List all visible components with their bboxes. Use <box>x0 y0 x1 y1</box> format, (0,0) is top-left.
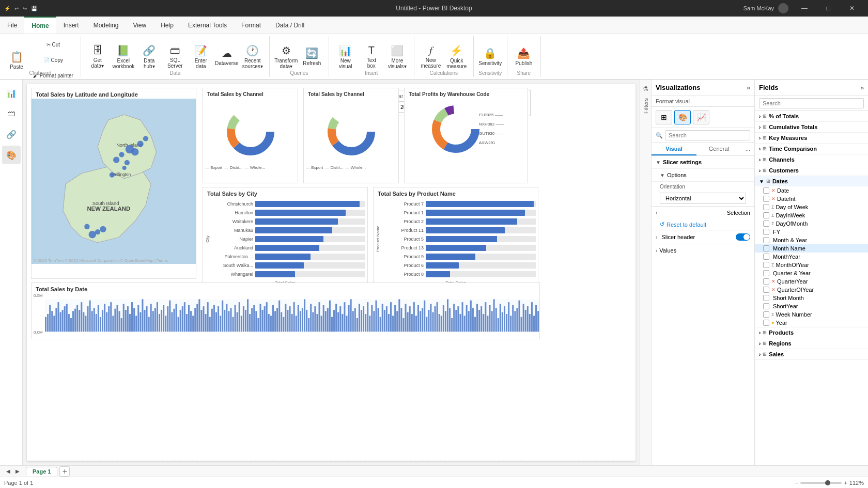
field-item-quarteryear2[interactable]: ✕ QuarterYear <box>755 277 868 286</box>
viz-search-input[interactable] <box>665 130 750 140</box>
page-next-btn[interactable]: ▶ <box>13 467 22 476</box>
fields-search-input[interactable] <box>759 98 864 108</box>
sidebar-data-icon[interactable]: 🗃 <box>2 104 21 123</box>
sidebar-format-icon[interactable]: 🎨 <box>2 146 21 164</box>
slicer-settings-section[interactable]: ▼ Slicer settings <box>652 156 754 169</box>
zoom-out-btn[interactable]: − <box>795 480 798 486</box>
values-section[interactable]: › Values <box>652 244 754 257</box>
chart-warehouse[interactable]: Total Profits by Warehouse Code FLR025 —… <box>404 88 528 183</box>
chart-date[interactable]: Total Sales by Date 0.5M 0.0M <box>31 282 540 339</box>
tab-general[interactable]: General <box>696 143 741 155</box>
reset-default-btn[interactable]: ↺ Reset to default <box>652 219 754 230</box>
recent-sources-btn[interactable]: 🕐Recentsources▾ <box>240 41 265 73</box>
transform-btn[interactable]: ⚙Transformdata▾ <box>274 41 299 73</box>
field-item-dayofmonth[interactable]: Σ DayOfMonth <box>755 219 868 228</box>
save-btn[interactable]: 💾 <box>31 6 37 11</box>
fields-panel-expand[interactable]: » <box>861 85 864 91</box>
tab-format[interactable]: Format <box>234 17 268 34</box>
zoom-slider[interactable] <box>800 482 842 484</box>
filter-funnel-icon[interactable]: ⚗ <box>641 84 651 94</box>
chart-map[interactable]: Total Sales by Latitude and Longitude NE… <box>31 88 196 279</box>
page-prev-btn[interactable]: ◀ <box>4 467 12 476</box>
field-group-regions-header[interactable]: › ⊞ Regions <box>755 338 868 349</box>
format-grid-icon[interactable]: ⊞ <box>656 110 672 124</box>
field-item-monthname[interactable]: Month Name <box>755 244 868 253</box>
tab-modeling[interactable]: Modeling <box>86 17 126 34</box>
slicer-header-toggle[interactable] <box>736 233 750 241</box>
field-item-dayinweek[interactable]: Σ DayInWeek <box>755 211 868 219</box>
filters-label[interactable]: Filters <box>643 94 649 118</box>
field-item-weeknumber[interactable]: Σ Week Number <box>755 310 868 319</box>
field-item-monthofyear[interactable]: Σ MonthOfYear <box>755 261 868 269</box>
field-item-quarteryear[interactable]: Quarter & Year <box>755 269 868 277</box>
minimize-btn[interactable]: — <box>793 0 816 17</box>
cut-btn[interactable]: ✂ Cut <box>30 37 76 52</box>
tab-file[interactable]: File <box>0 17 24 34</box>
get-data-btn[interactable]: 🗄Getdata▾ <box>85 41 110 73</box>
field-group-key-measures-header[interactable]: › ⊞ Key Measures <box>755 133 868 143</box>
chart-city[interactable]: Total Sales by City City Christchurch Ha… <box>203 187 368 290</box>
copy-btn[interactable]: 📄 Copy <box>30 53 76 67</box>
undo-btn[interactable]: ↩ <box>14 6 19 11</box>
zoom-in-btn[interactable]: + <box>844 480 847 486</box>
chart-product[interactable]: Total Sales by Product Name Product Name… <box>373 187 538 290</box>
field-group-sales-header[interactable]: › ⊞ Sales <box>755 349 868 359</box>
tab-external-tools[interactable]: External Tools <box>181 17 234 34</box>
tab-data-drill[interactable]: Data / Drill <box>268 17 312 34</box>
field-group-channels-header[interactable]: › ⊞ Channels <box>755 154 868 165</box>
selection-section[interactable]: › Selection <box>652 206 754 219</box>
field-group-cumulative-header[interactable]: › ⊞ Cumulative Totals <box>755 122 868 132</box>
field-item-shortyear[interactable]: ShortYear <box>755 302 868 310</box>
field-item-monthnyear[interactable]: MonthYear <box>755 253 868 261</box>
sidebar-report-icon[interactable]: 📊 <box>2 84 21 102</box>
excel-btn[interactable]: 📗Excelworkbook <box>111 41 136 73</box>
field-item-monthyear[interactable]: Month & Year <box>755 236 868 244</box>
field-item-year[interactable]: ● Year <box>755 319 868 327</box>
more-visuals-btn[interactable]: ⬜Morevisuals▾ <box>385 41 410 73</box>
enter-data-btn[interactable]: 📝Enterdata <box>189 41 213 73</box>
zoom-thumb[interactable] <box>825 480 830 485</box>
format-analytics-icon[interactable]: 📈 <box>693 110 709 124</box>
data-hub-btn[interactable]: 🔗Datahub▾ <box>137 41 162 73</box>
options-section[interactable]: ▼ Options <box>652 169 754 182</box>
sensitivity-btn[interactable]: 🔒Sensitivity <box>478 41 503 73</box>
sidebar-model-icon[interactable]: 🔗 <box>2 125 21 144</box>
field-group-customers-header[interactable]: › ⊞ Customers <box>755 165 868 176</box>
refresh-btn[interactable]: 🔄Refresh <box>300 41 324 73</box>
field-item-quarterofyear[interactable]: ✕ QuarterOfYear <box>755 286 868 294</box>
field-group-dates-header[interactable]: ▼ ⊞ Dates <box>755 176 868 186</box>
tab-more[interactable]: ... <box>741 143 754 155</box>
quick-measure-btn[interactable]: ⚡Quickmeasure <box>444 41 469 73</box>
chart-channel1[interactable]: Total Sales by Channel — Export— Distri.… <box>203 88 298 183</box>
text-box-btn[interactable]: TTextbox <box>359 41 384 73</box>
field-item-fy[interactable]: FY <box>755 228 868 236</box>
tab-home[interactable]: Home <box>24 17 56 34</box>
sql-btn[interactable]: 🗃SQLServer <box>163 41 188 73</box>
format-paint-icon[interactable]: 🎨 <box>674 110 691 124</box>
page-tab-1[interactable]: Page 1 <box>26 467 57 476</box>
tab-insert[interactable]: Insert <box>56 17 86 34</box>
new-measure-btn[interactable]: 𝑓Newmeasure <box>419 41 443 73</box>
field-item-date[interactable]: ✕ Date <box>755 186 868 195</box>
field-item-dayofweek[interactable]: Σ Day of Week <box>755 203 868 211</box>
field-item-shortmonth[interactable]: Short Month <box>755 294 868 302</box>
chart-channel2[interactable]: Total Sales by Channel — Export— Distri.… <box>303 88 399 183</box>
new-visual-btn[interactable]: 📊Newvisual <box>333 41 358 73</box>
field-item-dateint[interactable]: ✕ DateInt <box>755 195 868 203</box>
dataverse-btn[interactable]: ☁Dataverse <box>214 41 239 73</box>
viz-panel-expand[interactable]: » <box>747 84 750 91</box>
redo-btn[interactable]: ↪ <box>23 6 27 11</box>
maximize-btn[interactable]: □ <box>816 0 840 17</box>
field-group-pct-totals-header[interactable]: › ⊞ % of Totals <box>755 111 868 121</box>
close-btn[interactable]: ✕ <box>840 0 864 17</box>
filters-panel[interactable]: ⚗ Filters <box>640 80 651 465</box>
add-page-btn[interactable]: + <box>59 466 70 477</box>
field-group-time-header[interactable]: › ⊞ Time Comparison <box>755 144 868 154</box>
publish-btn[interactable]: 📤Publish <box>512 41 536 73</box>
field-group-products-header[interactable]: › ⊞ Products <box>755 327 868 338</box>
tab-help[interactable]: Help <box>153 17 181 34</box>
tab-view[interactable]: View <box>126 17 153 34</box>
tab-visual[interactable]: Visual <box>652 143 696 155</box>
slicer-header-section[interactable]: › Slicer header <box>652 230 754 244</box>
orientation-select[interactable]: Horizontal Vertical <box>660 193 746 204</box>
